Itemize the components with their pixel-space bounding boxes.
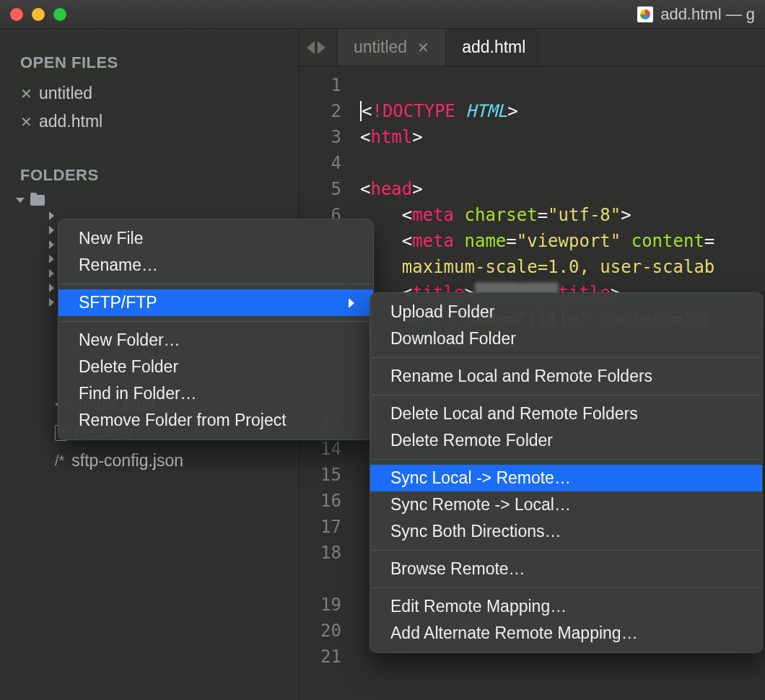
file-item[interactable]: /* sftp-config.json <box>55 447 299 475</box>
menu-browse-remote[interactable]: Browse Remote… <box>370 556 762 582</box>
window-title: add.html — g <box>637 5 755 24</box>
tab-label: add.html <box>462 38 525 57</box>
menu-download-folder[interactable]: Download Folder <box>370 325 762 352</box>
history-nav <box>300 41 333 54</box>
window-titlebar: add.html — g <box>0 0 765 29</box>
zoom-window-icon[interactable] <box>53 8 66 21</box>
tabbar: untitled ✕ add.html <box>300 29 765 66</box>
close-icon[interactable]: ✕ <box>20 113 30 131</box>
open-file-name: add.html <box>39 112 102 131</box>
chevron-right-icon[interactable] <box>49 211 58 220</box>
close-window-icon[interactable] <box>10 8 23 21</box>
tab-label: untitled <box>354 38 407 57</box>
menu-new-folder[interactable]: New Folder… <box>58 327 373 354</box>
folder-icon <box>30 195 45 206</box>
menu-rename-local-remote[interactable]: Rename Local and Remote Folders <box>370 363 762 390</box>
file-name: sftp-config.json <box>71 451 183 471</box>
menu-delete-local-remote[interactable]: Delete Local and Remote Folders <box>370 401 762 427</box>
submenu-arrow-icon <box>349 298 354 308</box>
menu-rename[interactable]: Rename… <box>58 252 373 279</box>
close-icon[interactable]: ✕ <box>20 85 30 102</box>
menu-sync-remote-local[interactable]: Sync Remote -> Local… <box>370 491 762 518</box>
traffic-lights <box>10 8 66 21</box>
json-file-icon: /* <box>55 452 64 469</box>
window-title-text: add.html — g <box>660 5 755 24</box>
menu-find-in-folder[interactable]: Find in Folder… <box>58 380 373 407</box>
context-submenu-sftp[interactable]: Upload Folder Download Folder Rename Loc… <box>370 292 763 653</box>
menu-edit-mapping[interactable]: Edit Remote Mapping… <box>370 593 762 620</box>
open-file-item[interactable]: ✕ add.html <box>0 108 299 136</box>
menu-sync-both[interactable]: Sync Both Directions… <box>370 518 762 545</box>
context-menu[interactable]: New File Rename… SFTP/FTP New Folder… De… <box>58 219 374 440</box>
history-forward-icon[interactable] <box>318 41 325 54</box>
menu-new-file[interactable]: New File <box>58 225 373 252</box>
history-back-icon[interactable] <box>307 41 315 54</box>
menu-delete-folder[interactable]: Delete Folder <box>58 354 373 380</box>
folders-heading: FOLDERS <box>0 156 299 192</box>
menu-sync-local-remote[interactable]: Sync Local -> Remote… <box>370 465 762 491</box>
menu-upload-folder[interactable]: Upload Folder <box>370 299 762 325</box>
minimize-window-icon[interactable] <box>32 8 45 21</box>
folder-row[interactable] <box>0 192 299 209</box>
tab-add-html[interactable]: add.html <box>445 29 541 66</box>
close-icon[interactable]: ✕ <box>417 39 429 56</box>
menu-delete-remote[interactable]: Delete Remote Folder <box>370 427 762 454</box>
open-files-heading: OPEN FILES <box>0 43 299 79</box>
tab-untitled[interactable]: untitled ✕ <box>337 29 445 66</box>
menu-sftp-ftp[interactable]: SFTP/FTP <box>58 289 373 316</box>
menu-remove-from-project[interactable]: Remove Folder from Project <box>58 407 373 434</box>
open-file-item[interactable]: ✕ untitled <box>0 79 299 108</box>
chrome-file-icon <box>637 6 653 22</box>
open-file-name: untitled <box>39 84 92 103</box>
menu-add-mapping[interactable]: Add Alternate Remote Mapping… <box>370 620 762 647</box>
chevron-down-icon[interactable] <box>16 198 25 203</box>
